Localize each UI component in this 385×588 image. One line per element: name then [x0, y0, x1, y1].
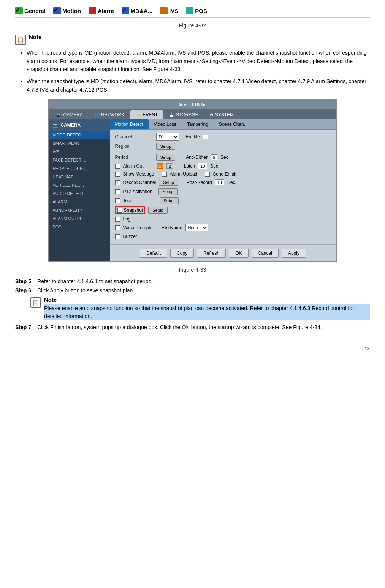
- step7-label: Step 7: [15, 324, 31, 330]
- tab-system[interactable]: ⚙ SYSTEM: [204, 110, 239, 119]
- channel-label: Channel: [115, 134, 153, 139]
- setting-sidebar: 📷 CAMERA VIDEO DETEC... SMART PLAN IVS F…: [49, 119, 110, 261]
- copy-btn[interactable]: Copy: [170, 249, 194, 258]
- tab-storage[interactable]: 💾 STORAGE: [164, 110, 203, 119]
- ptz-checkbox[interactable]: [115, 189, 120, 194]
- snapshot-setup-btn[interactable]: Setup: [148, 207, 168, 214]
- log-row: Log: [115, 216, 331, 222]
- anti-dither-label: Anti-Dither: [186, 155, 208, 160]
- cancel-btn[interactable]: Cancel: [252, 249, 279, 258]
- snapshot-row: ✓ Snapshot Setup: [115, 206, 331, 214]
- setting-tabs: 📷 CAMERA 🌐 NETWORK ⚡ EVENT 💾 STORAGE ⚙ S…: [49, 109, 336, 119]
- toolbar-ivs[interactable]: IVS: [160, 7, 178, 14]
- note1-block: 📋 Note: [15, 34, 370, 45]
- setting-content: Motion Detect Video Loss Tampering Scene…: [110, 119, 336, 261]
- toolbar-pos[interactable]: POS: [186, 7, 207, 14]
- bullet-1: When the record type is MD (motion detec…: [27, 49, 370, 74]
- send-email-checkbox[interactable]: [205, 172, 210, 177]
- alarm-upload-label: Alarm Upload: [170, 171, 198, 177]
- toolbar-alarm[interactable]: Alarm: [89, 7, 114, 14]
- sidebar-item-video-detect[interactable]: VIDEO DETEC...: [49, 131, 110, 139]
- ok-btn[interactable]: OK: [229, 249, 248, 258]
- sidebar-item-abnormality[interactable]: ABNORMALITY: [49, 206, 110, 214]
- setting-panel: SETTING 📷 CAMERA 🌐 NETWORK ⚡ EVENT 💾 STO…: [48, 99, 337, 262]
- subtab-tampering[interactable]: Tampering: [182, 119, 214, 129]
- ptz-row: PTZ Activation Setup: [115, 188, 331, 195]
- toolbar-motion-label: Motion: [62, 8, 81, 14]
- post-record-value[interactable]: 10: [215, 179, 224, 185]
- note1-icon: 📋: [15, 35, 26, 45]
- alarm-out-checkbox[interactable]: [115, 164, 120, 169]
- sidebar-item-audio-detect[interactable]: AUDIO DETECT: [49, 189, 110, 198]
- channel-select[interactable]: D1: [156, 133, 179, 141]
- ptz-label: PTZ Activation: [123, 189, 152, 194]
- buzzer-checkbox[interactable]: [115, 234, 120, 239]
- ptz-setup-btn[interactable]: Setup: [158, 188, 178, 195]
- alarm-icon: [89, 7, 96, 14]
- tab-storage-label: STORAGE: [176, 112, 198, 117]
- note2-block: 📋 Note Please enable auto snapshot funct…: [30, 296, 370, 320]
- sidebar-item-ivs[interactable]: IVS: [49, 147, 110, 156]
- post-record-label: Post-Record: [187, 180, 212, 185]
- apply-btn[interactable]: Apply: [282, 249, 306, 258]
- alarm-num2[interactable]: 2: [166, 163, 173, 169]
- latch-value[interactable]: 10: [198, 163, 207, 169]
- record-channel-checkbox[interactable]: ✓: [115, 180, 120, 185]
- tour-checkbox[interactable]: [115, 198, 120, 203]
- tab-network[interactable]: 🌐 NETWORK: [89, 110, 130, 119]
- alarm-upload-checkbox[interactable]: [162, 172, 167, 177]
- buzzer-label: Buzzer: [123, 234, 137, 239]
- tab-event[interactable]: ⚡ EVENT: [130, 110, 163, 119]
- file-name-select[interactable]: None: [185, 224, 208, 231]
- snapshot-checkbox[interactable]: ✓: [117, 208, 122, 213]
- note-bullets: When the record type is MD (motion detec…: [27, 49, 370, 94]
- subtab-motion-detect[interactable]: Motion Detect: [110, 119, 149, 129]
- period-setup-btn[interactable]: Setup: [156, 154, 176, 161]
- sidebar-item-alarm[interactable]: ALARM: [49, 198, 110, 206]
- sidebar-item-pos[interactable]: POS: [49, 223, 110, 231]
- log-label: Log: [123, 216, 131, 222]
- general-icon: ✓: [15, 7, 23, 14]
- alarm-num1[interactable]: 1: [157, 163, 163, 169]
- anti-dither-value[interactable]: 5: [211, 154, 217, 160]
- tour-setup-btn[interactable]: Setup: [160, 197, 179, 204]
- voice-checkbox[interactable]: [115, 225, 120, 230]
- setting-body: 📷 CAMERA VIDEO DETEC... SMART PLAN IVS F…: [49, 119, 336, 261]
- alarm-out-row: Alarm Out 1 2 Latch 10 Sec.: [115, 163, 331, 169]
- snapshot-label: Snapshot: [124, 208, 143, 213]
- subtab-video-loss[interactable]: Video Loss: [149, 119, 182, 129]
- step7-row: Step 7 Click Finish button, system pops …: [15, 324, 370, 330]
- sidebar-item-alarm-output[interactable]: ALARM OUTPUT: [49, 214, 110, 223]
- alarm-out-label: Alarm Out: [123, 163, 154, 169]
- show-message-label: Show Message: [123, 171, 154, 177]
- fig33-caption: Figure 4-33: [15, 267, 370, 273]
- tab-camera-label: CAMERA: [63, 112, 83, 117]
- setting-title: SETTING: [49, 100, 336, 109]
- note2-text: Please enable auto snapshot function so …: [44, 304, 370, 320]
- record-channel-row: ✓ Record Channel Setup Post-Record 10 Se…: [115, 179, 331, 186]
- toolbar-mda[interactable]: ✓ MD&A...: [122, 7, 153, 14]
- log-checkbox[interactable]: [115, 217, 120, 222]
- record-setup-btn[interactable]: Setup: [159, 179, 178, 186]
- sidebar-item-heat-map[interactable]: HEAT MAP: [49, 173, 110, 181]
- step5-text: Refer to chapter 4.1.4.6.1 to set snapsh…: [37, 278, 153, 284]
- show-message-checkbox[interactable]: [115, 172, 120, 177]
- send-email-label: Send Email: [213, 171, 236, 177]
- toolbar-motion[interactable]: ✓ Motion: [53, 7, 81, 14]
- buzzer-row: Buzzer: [115, 234, 331, 239]
- sidebar-item-face-detect[interactable]: FACE DETECTI...: [49, 156, 110, 164]
- sidebar-item-vehicle-rec[interactable]: VEHICLE REC...: [49, 181, 110, 189]
- tab-camera[interactable]: 📷 CAMERA: [51, 110, 88, 119]
- sidebar-item-smart-plan[interactable]: SMART PLAN: [49, 139, 110, 147]
- toolbar-general[interactable]: ✓ General: [15, 7, 46, 14]
- region-setup-btn[interactable]: Setup: [156, 143, 176, 150]
- default-btn[interactable]: Default: [140, 249, 167, 258]
- toolbar-ivs-label: IVS: [169, 8, 178, 14]
- toolbar-mda-label: MD&A...: [131, 8, 153, 14]
- step7-text: Click Finish button, system pops up a di…: [37, 324, 322, 330]
- voice-row: Voice Prompts File Name None: [115, 224, 331, 231]
- subtab-scene-chan[interactable]: Scene Chan...: [214, 119, 253, 129]
- enable-checkbox[interactable]: [203, 135, 208, 139]
- refresh-btn[interactable]: Refresh: [197, 249, 226, 258]
- sidebar-item-people-count[interactable]: PEOPLE COUN...: [49, 164, 110, 173]
